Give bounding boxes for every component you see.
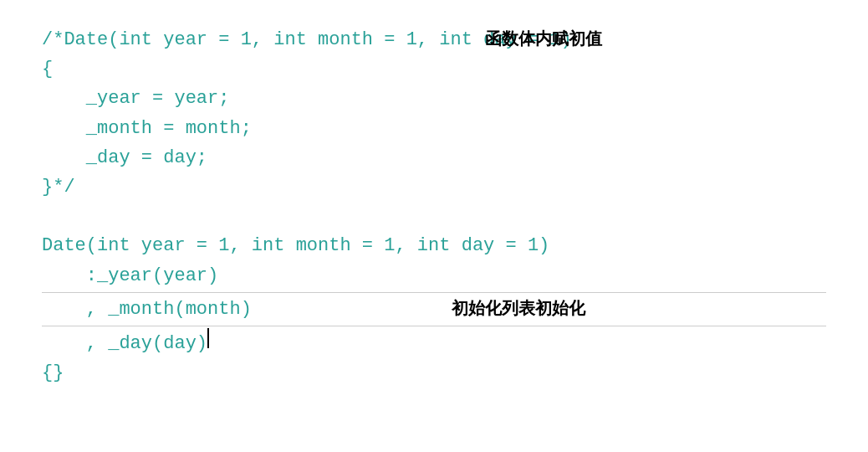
- code-line-4: _month = month;: [42, 114, 826, 143]
- blank-line: [42, 202, 826, 231]
- code-line-active-2: :_year(year): [42, 261, 826, 290]
- code-line-active-1: Date(int year = 1, int month = 1, int da…: [42, 231, 826, 260]
- divider-2: [42, 326, 826, 326]
- code-text: {}: [42, 358, 64, 388]
- annotation-1: 函数体内赋初值: [485, 25, 602, 52]
- code-text: , _day(day): [42, 329, 207, 358]
- code-text: :_year(year): [42, 261, 218, 290]
- divider: [42, 292, 826, 293]
- code-line-active-3: , _month(month) 初始化列表初始化: [42, 295, 826, 324]
- code-line-1: /*Date(int year = 1, int month = 1, int …: [42, 25, 826, 54]
- code-text: _year = year;: [42, 84, 229, 113]
- code-line-3: _year = year;: [42, 84, 826, 113]
- code-container: /*Date(int year = 1, int month = 1, int …: [0, 0, 868, 413]
- code-text: }*/: [42, 172, 75, 202]
- code-line-5: _day = day;: [42, 143, 826, 172]
- code-line-active-4: , _day(day): [42, 328, 826, 358]
- code-text: _month = month;: [42, 114, 252, 143]
- code-text: _day = day;: [42, 143, 207, 172]
- code-text: Date(int year = 1, int month = 1, int da…: [42, 231, 549, 260]
- annotation-2: 初始化列表初始化: [452, 295, 585, 321]
- code-line-6: }*/: [42, 172, 826, 202]
- code-text: {: [42, 54, 53, 84]
- code-line-active-5: {}: [42, 358, 826, 388]
- code-line-2: {: [42, 54, 826, 84]
- code-text: , _month(month): [42, 295, 252, 324]
- text-cursor: [207, 328, 209, 348]
